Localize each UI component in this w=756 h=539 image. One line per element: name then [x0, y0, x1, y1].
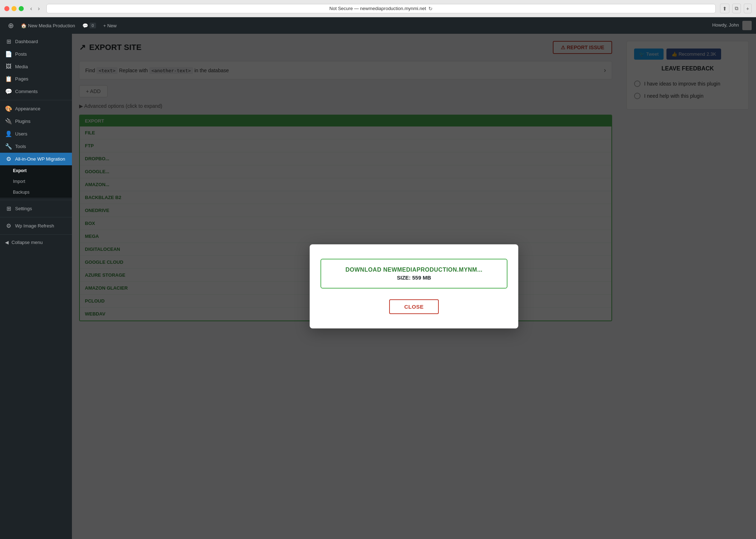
posts-icon: 📄	[5, 51, 12, 57]
close-modal-button[interactable]: CLOSE	[389, 299, 439, 314]
sidebar-item-tools[interactable]: 🔧 Tools	[0, 140, 72, 153]
allinone-icon: ⚙	[5, 156, 12, 162]
download-size: SIZE: 559 MB	[332, 275, 496, 281]
url-text: Not Secure — newmediaproduction.mynmi.ne…	[329, 6, 426, 11]
sidebar-item-posts[interactable]: 📄 Posts	[0, 48, 72, 60]
wp-logo[interactable]: ⊕	[4, 19, 17, 32]
new-tab-button[interactable]: +	[744, 4, 752, 13]
sidebar-item-users[interactable]: 👤 Users	[0, 128, 72, 140]
wp-admin-bar: ⊕ 🏠 New Media Production 💬 0 + New Howdy…	[0, 17, 756, 34]
admin-bar-new[interactable]: + New	[100, 17, 120, 34]
admin-bar-comments[interactable]: 💬 0	[79, 17, 100, 34]
sidebar-item-appearance[interactable]: 🎨 Appearance	[0, 102, 72, 115]
sidebar-item-plugins[interactable]: 🔌 Plugins	[0, 115, 72, 128]
settings-icon: ⊞	[5, 205, 12, 212]
menu-separator-1	[0, 100, 72, 100]
browser-chrome: ‹ › Not Secure — newmediaproduction.mynm…	[0, 0, 756, 17]
menu-separator-4	[0, 234, 72, 235]
collapse-icon: ◀	[5, 240, 9, 245]
pages-icon: 📋	[5, 75, 12, 82]
tab-manager-button[interactable]: ⧉	[732, 4, 741, 13]
nav-buttons: ‹ ›	[28, 5, 42, 13]
sidebar-item-pages[interactable]: 📋 Pages	[0, 73, 72, 85]
plugins-icon: 🔌	[5, 118, 12, 125]
close-window-button[interactable]	[4, 6, 9, 11]
sidebar-item-comments[interactable]: 💬 Comments	[0, 85, 72, 98]
sidebar-item-dashboard[interactable]: ⊞ Dashboard	[0, 35, 72, 48]
admin-bar-howdy[interactable]: Howdy, John	[712, 21, 752, 30]
download-button[interactable]: DOWNLOAD NEWMEDIAPRODUCTION.MYNM... SIZE…	[320, 259, 507, 289]
browser-actions: ⬆ ⧉ +	[720, 4, 752, 13]
wp-logo-icon: ⊕	[8, 21, 14, 30]
tools-icon: 🔧	[5, 143, 12, 150]
wp-content: ↗ EXPORT SITE ⚠ REPORT ISSUE Find <text>…	[72, 34, 756, 539]
sidebar-submenu-allinone: Export Import Backups	[0, 165, 72, 198]
back-button[interactable]: ‹	[28, 5, 34, 13]
menu-separator-3	[0, 217, 72, 217]
forward-button[interactable]: ›	[36, 5, 42, 13]
sidebar-submenu-export[interactable]: Export	[0, 165, 72, 176]
admin-bar-site-name[interactable]: 🏠 New Media Production	[17, 17, 79, 34]
wp-layout: ⊞ Dashboard 📄 Posts 🖼 Media 📋 Pages 💬 Co…	[0, 34, 756, 539]
minimize-window-button[interactable]	[12, 6, 17, 11]
wp-sidebar: ⊞ Dashboard 📄 Posts 🖼 Media 📋 Pages 💬 Co…	[0, 34, 72, 539]
traffic-lights	[4, 6, 24, 11]
users-icon: 👤	[5, 130, 12, 137]
maximize-window-button[interactable]	[19, 6, 24, 11]
sidebar-item-wp-image-refresh[interactable]: ⚙ Wp Image Refresh	[0, 220, 72, 232]
menu-separator-2	[0, 200, 72, 200]
address-bar[interactable]: Not Secure — newmediaproduction.mynmi.ne…	[46, 4, 716, 13]
comments-icon: 💬	[5, 88, 12, 95]
home-icon: 🏠	[21, 23, 27, 28]
download-filename: DOWNLOAD NEWMEDIAPRODUCTION.MYNM...	[332, 267, 496, 273]
modal-overlay: DOWNLOAD NEWMEDIAPRODUCTION.MYNM... SIZE…	[72, 34, 756, 539]
sidebar-item-allinone[interactable]: ⚙ All-in-One WP Migration	[0, 153, 72, 165]
wp-image-refresh-icon: ⚙	[5, 222, 12, 229]
collapse-menu-button[interactable]: ◀ Collapse menu	[0, 237, 72, 248]
user-avatar	[742, 21, 752, 30]
modal-box: DOWNLOAD NEWMEDIAPRODUCTION.MYNM... SIZE…	[310, 244, 518, 328]
appearance-icon: 🎨	[5, 105, 12, 112]
sidebar-item-settings[interactable]: ⊞ Settings	[0, 202, 72, 215]
media-icon: 🖼	[5, 63, 12, 70]
sidebar-submenu-import[interactable]: Import	[0, 176, 72, 187]
sidebar-submenu-backups[interactable]: Backups	[0, 187, 72, 198]
comment-icon: 💬	[82, 23, 88, 28]
share-button[interactable]: ⬆	[720, 4, 729, 13]
sidebar-item-media[interactable]: 🖼 Media	[0, 60, 72, 73]
reload-button[interactable]: ↻	[428, 6, 433, 11]
dashboard-icon: ⊞	[5, 38, 12, 45]
